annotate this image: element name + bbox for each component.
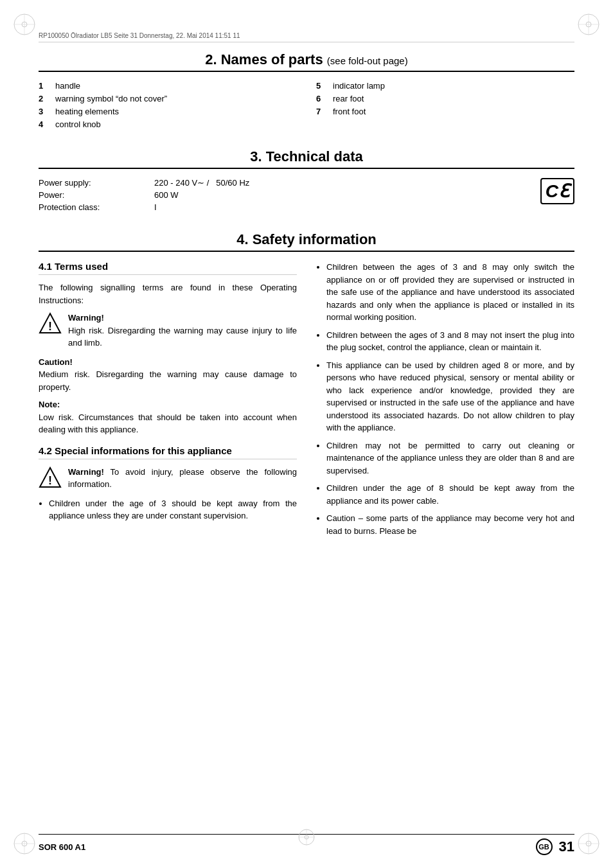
section-2-subtitle: (see fold-out page) — [327, 55, 408, 66]
two-col-layout: 4.1 Terms used The following signalling … — [39, 261, 574, 542]
list-item: Children between the ages of 3 and 8 may… — [326, 329, 574, 354]
tech-row-power: Power: 600 W — [39, 190, 574, 200]
corner-decoration-tr — [576, 12, 601, 37]
list-item: 7front foot — [316, 107, 574, 116]
caution-block: Caution! Medium risk. Disregarding the w… — [39, 356, 297, 394]
left-column: 4.1 Terms used The following signalling … — [39, 261, 297, 542]
section-4-title: 4. Safety information — [39, 231, 574, 248]
svg-text:!: ! — [48, 474, 52, 487]
section-3-rule — [39, 168, 574, 169]
svg-text:!: ! — [48, 320, 52, 333]
ce-mark: Cℇ — [540, 178, 574, 204]
list-item: Children may not be permitted to carry o… — [326, 439, 574, 477]
warning-icon: ! — [39, 312, 62, 335]
parts-grid: 1handle 2warning symbol “do not cover” 3… — [39, 81, 574, 129]
list-item: 1handle — [39, 81, 297, 91]
subsection-41-rule — [39, 274, 297, 275]
country-badge: GB — [536, 838, 553, 855]
warning-text-42: Warning! To avoid injury, please observe… — [68, 466, 297, 491]
tech-table: Power supply: 220 - 240 V∼ / 50/60 Hz Po… — [39, 178, 574, 212]
tech-row-protection: Protection class: I — [39, 202, 574, 212]
parts-col-right: 5indicator lamp 6rear foot 7front foot — [316, 81, 574, 129]
subsection-41-intro: The following signalling terms are found… — [39, 281, 297, 306]
right-column: Children between the ages of 3 and 8 may… — [316, 261, 574, 542]
section-2-title: 2. Names of parts (see fold-out page) — [39, 51, 574, 68]
subsection-41-title: 4.1 Terms used — [39, 261, 297, 272]
warning-box: ! Warning! High risk. Disregarding the w… — [39, 312, 297, 350]
header-bar: RP100050 Ölradiator LB5 Seite 31 Donners… — [39, 32, 574, 42]
bottom-center-mark — [297, 828, 316, 849]
page-number: 31 — [559, 838, 574, 855]
list-item: 2warning symbol “do not cover” — [39, 94, 297, 103]
warning-icon-42: ! — [39, 466, 62, 489]
list-item: Caution – some parts of the appliance ma… — [326, 512, 574, 537]
subsection-42-title: 4.2 Special informations for this applia… — [39, 445, 297, 456]
section-4: 4. Safety information 4.1 Terms used The… — [39, 231, 574, 542]
list-item: 4control knob — [39, 120, 297, 129]
corner-decoration-br — [576, 831, 601, 856]
section-2: 2. Names of parts (see fold-out page) 1h… — [39, 51, 574, 129]
list-item: 5indicator lamp — [316, 81, 574, 91]
corner-decoration-bl — [12, 831, 37, 856]
subsection-41: 4.1 Terms used The following signalling … — [39, 261, 297, 436]
page: RP100050 Ölradiator LB5 Seite 31 Donners… — [0, 0, 613, 868]
list-item: Children under the age of 8 should be ke… — [326, 482, 574, 507]
footer-right: GB 31 — [536, 838, 574, 855]
note-block: Note: Low risk. Circumstances that shoul… — [39, 398, 297, 436]
list-item: 3heating elements — [39, 107, 297, 116]
list-item: Children under the age of 3 should be ke… — [49, 497, 297, 522]
header-text: RP100050 Ölradiator LB5 Seite 31 Donners… — [39, 32, 240, 39]
main-content: 2. Names of parts (see fold-out page) 1h… — [39, 51, 574, 829]
corner-decoration-tl — [12, 12, 37, 37]
subsection-42: 4.2 Special informations for this applia… — [39, 445, 297, 522]
section-2-rule — [39, 71, 574, 72]
bullet-list-left: Children under the age of 3 should be ke… — [39, 497, 297, 522]
bullet-list-right: Children between the ages of 3 and 8 may… — [316, 261, 574, 537]
section-4-rule — [39, 251, 574, 252]
list-item: This appliance can be used by children a… — [326, 359, 574, 434]
section-3-title: 3. Technical data — [39, 148, 574, 165]
tech-row-power-supply: Power supply: 220 - 240 V∼ / 50/60 Hz — [39, 178, 574, 188]
section-3: 3. Technical data Power supply: 220 - 24… — [39, 148, 574, 212]
warning-text-41: Warning! High risk. Disregarding the war… — [68, 312, 297, 350]
list-item: Children between the ages of 3 and 8 may… — [326, 261, 574, 324]
parts-col-left: 1handle 2warning symbol “do not cover” 3… — [39, 81, 297, 129]
tech-data-wrapper: Power supply: 220 - 240 V∼ / 50/60 Hz Po… — [39, 178, 574, 212]
footer-model: SOR 600 A1 — [39, 842, 85, 852]
subsection-42-rule — [39, 459, 297, 459]
list-item: 6rear foot — [316, 94, 574, 103]
warning-box-42: ! Warning! To avoid injury, please obser… — [39, 466, 297, 491]
